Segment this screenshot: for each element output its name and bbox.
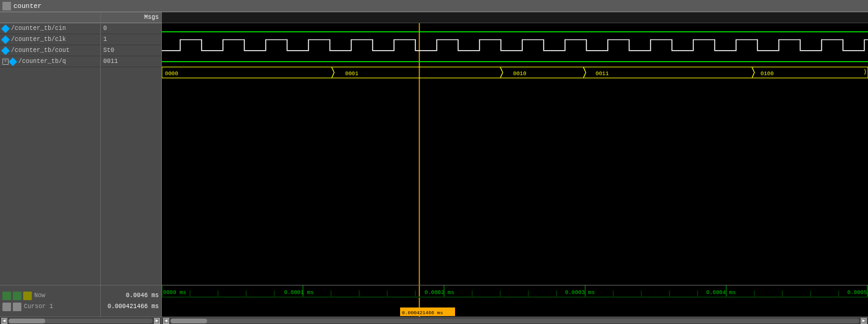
scroll-left-btn[interactable]: ◄ xyxy=(1,318,7,324)
signal-name-cin: /counter_tb/cin xyxy=(11,25,66,32)
svg-text:0000 ms: 0000 ms xyxy=(163,290,186,296)
svg-text:0100: 0100 xyxy=(760,71,774,77)
msg-value-cin: 0 xyxy=(103,25,107,32)
bottom-left-panel: Now Cursor 1 xyxy=(0,285,101,317)
waveform-area[interactable]: 0000 0001 0010 0011 0100 ) xyxy=(162,12,868,285)
msgs-header-label: Msgs xyxy=(144,14,159,21)
content-area: /counter_tb/cin /counter_tb/clk /counter… xyxy=(0,12,868,285)
svg-text:0010: 0010 xyxy=(513,71,527,77)
svg-text:): ) xyxy=(863,68,867,75)
signal-row-cout[interactable]: /counter_tb/cout xyxy=(0,45,100,56)
svg-rect-8 xyxy=(162,285,868,317)
svg-rect-0 xyxy=(162,23,868,285)
tool-icon-2[interactable] xyxy=(13,292,21,300)
timeline-svg: 0000 ms 0.0001 ms 0.0002 ms 0.0003 ms 0.… xyxy=(162,285,868,317)
signal-icon-clk xyxy=(1,35,10,43)
signal-name-q: /counter_tb/q xyxy=(18,58,66,65)
msg-value-clk: 1 xyxy=(103,36,107,43)
msg-row-q: 0011 xyxy=(101,56,161,67)
svg-text:0001: 0001 xyxy=(345,71,359,77)
svg-text:0.0005 ms: 0.0005 ms xyxy=(847,290,868,296)
svg-text:0.0003 ms: 0.0003 ms xyxy=(565,290,595,296)
left-scroll-track xyxy=(9,318,153,323)
bottom-cursor-row: Cursor 1 xyxy=(0,301,100,312)
msgs-header: Msgs xyxy=(101,12,161,23)
msg-row-cout: St0 xyxy=(101,45,161,56)
cursor-icon-1[interactable] xyxy=(2,303,11,311)
signal-icon-q xyxy=(9,57,17,65)
waveform-scroll-right-btn[interactable]: ► xyxy=(861,318,867,324)
tool-icon-3[interactable] xyxy=(23,292,32,300)
msgs-panel: Msgs 0 1 St0 0011 xyxy=(101,12,162,285)
signal-row-clk[interactable]: /counter_tb/clk xyxy=(0,34,100,45)
svg-text:0000: 0000 xyxy=(165,71,178,77)
scrollbar-row: ◄ ► ◄ ► xyxy=(0,317,868,324)
msg-row-clk: 1 xyxy=(101,34,161,45)
bottom-now-value-row: 0.0046 ms xyxy=(103,290,159,301)
svg-text:0.0004 ms: 0.0004 ms xyxy=(706,290,736,296)
svg-text:0.0001 ms: 0.0001 ms xyxy=(284,290,314,296)
right-scrollbar-area: ◄ ► xyxy=(162,318,868,324)
msg-row-cin: 0 xyxy=(101,23,161,34)
waveform-svg: 0000 0001 0010 0011 0100 ) xyxy=(162,23,868,285)
main-container: counter /counter_tb/cin /counter_tb/clk … xyxy=(0,0,868,324)
waveform-canvas[interactable]: 0000 0001 0010 0011 0100 ) xyxy=(162,23,868,285)
svg-rect-44 xyxy=(162,296,868,298)
bottom-cursor-value: 0.000421466 ms xyxy=(108,303,159,310)
signal-row-cin[interactable]: /counter_tb/cin xyxy=(0,23,100,34)
signal-name-cout: /counter_tb/cout xyxy=(11,47,70,54)
waveform-scroll-left-btn[interactable]: ◄ xyxy=(163,318,169,324)
signal-icon-cout xyxy=(1,46,10,54)
bottom-now-row: Now xyxy=(0,290,100,301)
signal-row-q[interactable]: + /counter_tb/q xyxy=(0,56,100,67)
bottom-timeline: 0000 ms 0.0001 ms 0.0002 ms 0.0003 ms 0.… xyxy=(162,285,868,317)
svg-text:0.0002 ms: 0.0002 ms xyxy=(425,290,454,296)
bottom-icons xyxy=(2,292,32,300)
waveform-header xyxy=(162,12,868,23)
signal-names-header xyxy=(0,12,100,23)
left-scroll-thumb[interactable] xyxy=(9,318,45,323)
svg-text:0011: 0011 xyxy=(596,71,609,77)
now-label: Now xyxy=(34,292,45,299)
cursor-label: Cursor 1 xyxy=(24,303,53,310)
left-scrollbar: ◄ ► xyxy=(0,318,162,324)
msg-value-q: 0011 xyxy=(103,58,118,65)
app-icon xyxy=(2,2,11,10)
scroll-right-btn[interactable]: ► xyxy=(154,318,160,324)
cursor-icon-2[interactable] xyxy=(13,303,21,311)
bottom-now-value: 0.0046 ms xyxy=(126,292,159,299)
svg-text:0.000421466 ms: 0.000421466 ms xyxy=(402,310,443,315)
signal-name-clk: /counter_tb/clk xyxy=(11,36,66,43)
signal-names-panel: /counter_tb/cin /counter_tb/clk /counter… xyxy=(0,12,101,285)
title-label: counter xyxy=(13,2,42,10)
bottom-cursor-value-row: 0.000421466 ms xyxy=(103,301,159,312)
bottom-msgs-panel: 0.0046 ms 0.000421466 ms xyxy=(101,285,162,317)
waveform-scroll-thumb[interactable] xyxy=(170,318,207,323)
signal-icon-cin xyxy=(1,24,10,32)
cursor-icons xyxy=(2,303,21,311)
tool-icon-1[interactable] xyxy=(2,292,11,300)
waveform-scroll-track xyxy=(170,318,859,323)
msg-value-cout: St0 xyxy=(103,47,114,54)
title-bar: counter xyxy=(0,0,868,12)
bottom-area: Now Cursor 1 0.0046 ms 0.000421466 ms xyxy=(0,285,868,317)
